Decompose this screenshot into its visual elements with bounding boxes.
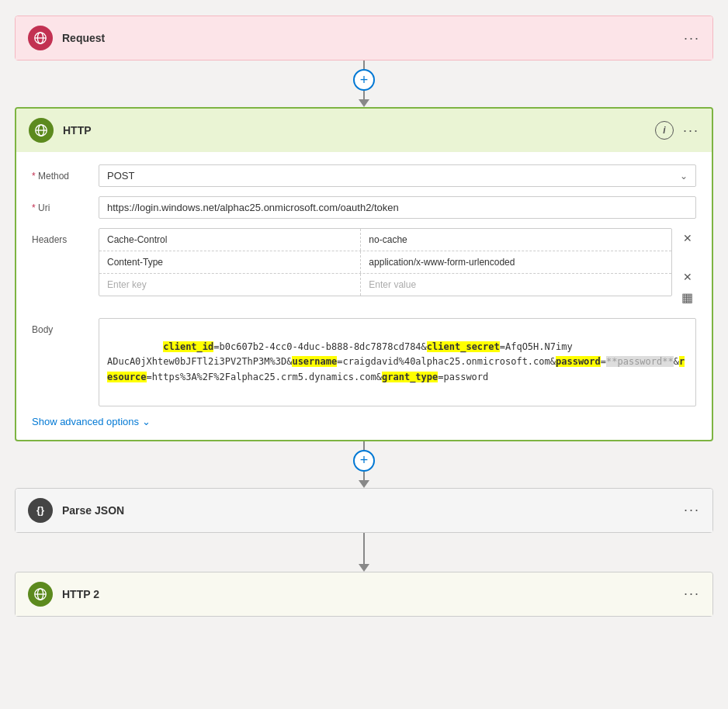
http-icon: [29, 118, 54, 143]
header-delete-1-button[interactable]: ✕: [678, 231, 696, 245]
header-row-placeholder: Enter key Enter value: [99, 274, 671, 296]
request-header: Request ···: [16, 16, 712, 60]
body-label: Body: [32, 318, 86, 335]
connector-arrow-2: [359, 480, 369, 488]
http-card: HTTP i ··· * Method POST ⌄ * Uri: [15, 107, 713, 441]
parse-json-icon: {}: [28, 498, 53, 523]
http-header: HTTP i ···: [16, 109, 712, 152]
http-body: * Method POST ⌄ * Uri Headers: [16, 152, 712, 440]
body-client-secret-key: client_secret: [427, 341, 500, 352]
http-title: HTTP: [63, 124, 646, 137]
method-label: * Method: [32, 164, 86, 182]
request-card: Request ···: [15, 16, 713, 61]
http2-header: HTTP 2 ···: [16, 572, 712, 616]
headers-row: Headers Cache-Control no-cache Content-T…: [32, 228, 696, 309]
parse-json-more-button[interactable]: ···: [684, 502, 700, 518]
uri-input[interactable]: [99, 196, 696, 219]
chevron-down-icon-advanced: ⌄: [142, 416, 151, 427]
simple-line-1: [363, 533, 365, 564]
header-key-2: Content-Type: [99, 251, 361, 273]
body-password-value: **password**: [606, 356, 674, 367]
header-delete-2-button[interactable]: ✕: [678, 270, 696, 284]
show-advanced-options-link[interactable]: Show advanced options ⌄: [32, 416, 696, 427]
method-row: * Method POST ⌄: [32, 164, 696, 187]
body-textarea[interactable]: client_id=b0c607b2-4cc0-4duc-b888-8dc787…: [99, 318, 696, 406]
headers-label: Headers: [32, 228, 86, 245]
braces-symbol: {}: [36, 504, 44, 516]
headers-copy-button[interactable]: ▦: [678, 290, 696, 306]
connector-1: +: [353, 61, 375, 107]
headers-table: Cache-Control no-cache Content-Type appl…: [99, 228, 672, 296]
connector-line-2b: [363, 472, 365, 480]
header-value-placeholder[interactable]: Enter value: [361, 274, 671, 296]
simple-arrow: [359, 564, 369, 572]
parse-json-title: Parse JSON: [62, 504, 674, 517]
http2-card: HTTP 2 ···: [15, 572, 713, 617]
header-key-placeholder[interactable]: Enter key: [99, 274, 361, 296]
globe-icon: [33, 31, 47, 45]
request-icon: [28, 26, 53, 50]
header-value-2: application/x-www-form-urlencoded: [361, 251, 671, 273]
add-step-button-2[interactable]: +: [353, 450, 375, 472]
body-client-id-key: client_id: [163, 341, 213, 352]
method-value: POST: [107, 170, 134, 182]
http2-more-button[interactable]: ···: [684, 586, 700, 602]
http2-icon: [28, 582, 53, 607]
connector-line-1: [363, 61, 365, 69]
header-value-1: no-cache: [361, 229, 671, 251]
body-row: Body client_id=b0c607b2-4cc0-4duc-b888-8…: [32, 318, 696, 406]
request-more-button[interactable]: ···: [684, 30, 700, 47]
body-grant-type-key: grant_type: [382, 372, 438, 382]
parse-json-header: {} Parse JSON ···: [16, 489, 712, 532]
headers-side-actions: ✕ ✕ ▦: [672, 228, 696, 309]
http-more-button[interactable]: ···: [683, 123, 699, 139]
header-key-1: Cache-Control: [99, 229, 361, 251]
http2-globe-icon: [33, 587, 47, 601]
body-password-key: password: [556, 356, 601, 367]
header-row-2: Content-Type application/x-www-form-urle…: [99, 251, 671, 274]
uri-label: * Uri: [32, 196, 86, 213]
flow-container: Request ··· + HTTP i ···: [16, 16, 712, 617]
connector-line-2: [363, 441, 365, 450]
http2-title: HTTP 2: [62, 588, 674, 600]
uri-row: * Uri: [32, 196, 696, 219]
header-row-1: Cache-Control no-cache: [99, 229, 671, 251]
http-globe-icon: [34, 123, 48, 137]
connector-2: +: [353, 441, 375, 488]
chevron-down-icon: ⌄: [680, 171, 688, 182]
parse-json-card: {} Parse JSON ···: [15, 488, 713, 533]
simple-connector: [359, 533, 369, 572]
add-step-button-1[interactable]: +: [353, 69, 375, 91]
method-select[interactable]: POST ⌄: [99, 164, 696, 187]
show-advanced-label: Show advanced options: [32, 416, 139, 427]
connector-line-1b: [363, 91, 365, 99]
connector-arrow-1: [359, 99, 369, 107]
body-username-key: username: [292, 356, 337, 367]
http-info-button[interactable]: i: [655, 121, 674, 140]
request-title: Request: [62, 32, 674, 44]
